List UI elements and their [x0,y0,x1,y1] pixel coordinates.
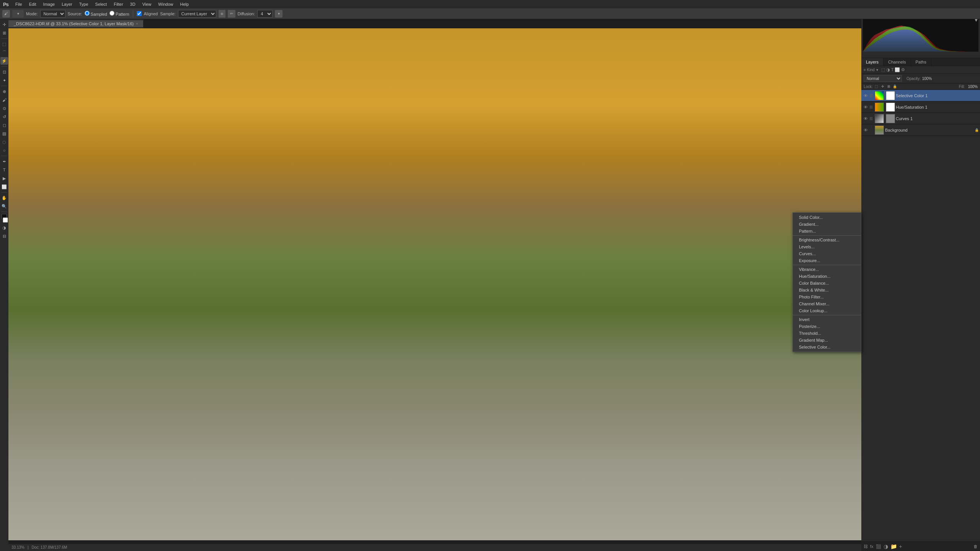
ctx-threshold[interactable]: Threshold... [793,330,861,337]
path-select-tool[interactable]: ▶ [0,174,8,182]
quick-mask-tool[interactable]: ◑ [0,224,8,231]
ctx-brightness-contrast[interactable]: Brightness/Contrast... [793,236,861,243]
layer-mask-hue [886,103,895,112]
eraser-tool[interactable]: ◻ [0,121,8,129]
ctx-color-lookup[interactable]: Color Lookup... [793,307,861,314]
dodge-tool[interactable]: ○ [0,147,8,154]
layer-kind-adjust[interactable]: ◑ [886,67,890,72]
hand-tool[interactable]: ✋ [0,194,8,202]
new-layer-button[interactable]: + [899,543,902,549]
ctx-curves[interactable]: Curves... [793,250,861,257]
ctx-color-balance[interactable]: Color Balance... [793,280,861,287]
quick-select-tool[interactable]: ⚡ [0,57,8,65]
tool-separator-6 [1,212,7,212]
lock-all-icon[interactable]: 🔒 [893,84,897,89]
layer-vis-selective[interactable]: 👁 [863,93,868,98]
pen-tool[interactable]: ✒ [0,158,8,165]
ctx-posterize[interactable]: Posterize... [793,323,861,330]
sampled-radio-label[interactable]: Sampled [85,11,107,16]
ctx-solid-color[interactable]: Solid Color... [793,214,861,221]
brush-icon2[interactable]: ✏ [228,10,235,18]
delete-layer-button[interactable]: 🗑 [973,544,978,549]
artboard-tool[interactable]: ⊞ [0,29,8,37]
brush-tool-icon[interactable]: 🖌 [2,10,10,18]
layer-kind-type[interactable]: T [891,67,894,72]
layers-tab[interactable]: Layers [861,58,884,66]
sampled-radio[interactable] [85,11,90,16]
ctx-invert[interactable]: Invert [793,316,861,323]
sample-select[interactable]: Current Layer [178,10,216,18]
screen-mode-tool[interactable]: ⊟ [0,232,8,240]
brush-preset-icon[interactable]: ▾ [12,10,24,18]
ctx-black-white[interactable]: Black & White... [793,287,861,293]
pattern-radio[interactable] [109,11,114,16]
menu-3d[interactable]: 3D [127,1,139,7]
menu-file[interactable]: File [12,1,25,7]
ctx-selective-color[interactable]: Selective Color... [793,344,861,350]
pattern-radio-label[interactable]: Pattern [109,11,129,16]
separator [133,10,133,17]
tab-close-button[interactable]: × [136,22,138,26]
layer-vis-hue[interactable]: 👁 [863,105,868,109]
blur-tool[interactable]: ◌ [0,138,8,146]
lock-artboard-icon[interactable]: ⊞ [887,84,891,89]
layer-curves[interactable]: 👁 ⛓ Curves 1 [861,113,980,124]
link-layers-button[interactable]: ⛓ [864,544,868,549]
lasso-tool[interactable]: ⌒ [0,49,8,56]
menu-type[interactable]: Type [76,1,91,7]
background-color[interactable] [3,217,8,223]
aligned-checkbox[interactable] [137,11,142,16]
layer-hue-saturation[interactable]: 👁 ⛓ Hue/Saturation 1 [861,101,980,113]
sample-icon[interactable]: ⊕ [219,10,225,18]
clone-tool[interactable]: ⊙ [0,104,8,112]
layer-background[interactable]: 👁 Background 🔒 [861,124,980,136]
healing-tool[interactable]: ⊕ [0,88,8,95]
ctx-levels[interactable]: Levels... [793,243,861,250]
channels-tab[interactable]: Channels [884,58,911,66]
layer-kind-shape[interactable]: ⬜ [895,67,900,72]
ctx-exposure[interactable]: Exposure... [793,257,861,264]
menu-layer[interactable]: Layer [59,1,75,7]
menu-view[interactable]: View [139,1,155,7]
move-tool[interactable]: ✛ [0,21,8,28]
layer-selective-color[interactable]: 👁 ⛓ Selective Color 1 [861,90,980,101]
layer-kind-pixel[interactable]: ⬚ [881,67,885,72]
menu-help[interactable]: Help [177,1,192,7]
ctx-pattern[interactable]: Pattern... [793,228,861,235]
paths-tab[interactable]: Paths [911,58,931,66]
ctx-vibrance[interactable]: Vibrance... [793,266,861,273]
blend-mode-select[interactable]: Normal [40,10,65,18]
menu-image[interactable]: Image [40,1,58,7]
document-tab[interactable]: _DSC8622-HDR.tif @ 33.1% (Selective Colo… [8,20,144,27]
crop-tool[interactable]: ⊡ [0,68,8,76]
layer-kind-smart[interactable]: ⚙ [901,67,905,72]
ctx-channel-mixer[interactable]: Channel Mixer... [793,300,861,307]
lock-move-icon[interactable]: ✛ [880,84,885,89]
menu-edit[interactable]: Edit [26,1,39,7]
menu-window[interactable]: Window [155,1,176,7]
layer-vis-bg[interactable]: 👁 [863,128,868,132]
eyedropper-tool[interactable]: ✦ [0,77,8,84]
lock-pixel-icon[interactable]: ⬚ [874,84,879,89]
history-brush-tool[interactable]: ↺ [0,113,8,121]
ctx-gradient[interactable]: Gradient... [793,221,861,228]
layer-mask-button[interactable]: ⬛ [876,544,881,549]
layer-effects-button[interactable]: fx [870,544,874,549]
text-tool[interactable]: T [0,166,8,174]
ctx-photo-filter[interactable]: Photo Filter... [793,293,861,300]
diffusion-select[interactable]: 4 [257,10,273,18]
ctx-hue-saturation[interactable]: Hue/Saturation... [793,273,861,280]
brush-tool[interactable]: 🖌 [0,96,8,104]
group-layers-button[interactable]: 📁 [890,543,897,549]
gradient-tool[interactable]: ▤ [0,130,8,137]
adjustment-layer-button[interactable]: ◑ [884,543,888,549]
layer-blend-mode[interactable]: Normal [864,75,902,82]
menu-select[interactable]: Select [92,1,110,7]
diffusion-arrow[interactable]: ▾ [275,10,283,18]
menu-filter[interactable]: Filter [111,1,126,7]
layer-vis-curves[interactable]: 👁 [863,116,868,121]
ctx-gradient-map[interactable]: Gradient Map... [793,337,861,344]
shape-tool[interactable]: ⬜ [0,183,8,191]
marquee-tool[interactable]: ⬚ [0,40,8,48]
zoom-tool[interactable]: 🔍 [0,202,8,210]
